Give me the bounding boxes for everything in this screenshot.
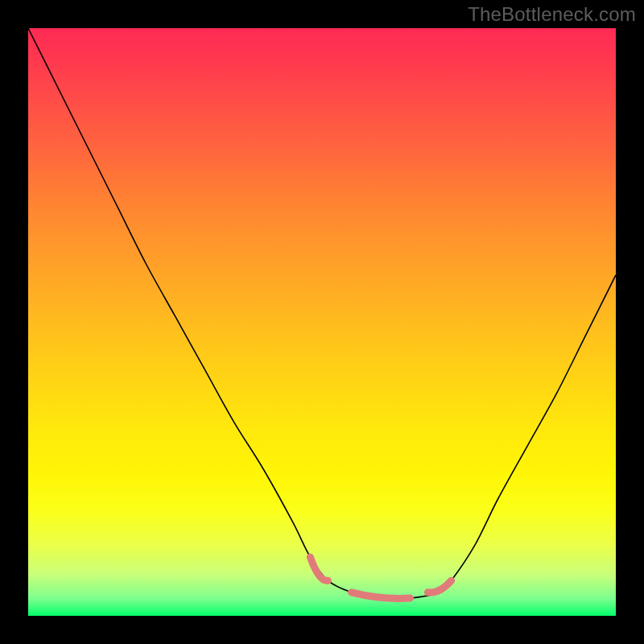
- chart-frame: TheBottleneck.com: [0, 0, 644, 644]
- bottleneck-curve: [28, 28, 616, 599]
- watermark-text: TheBottleneck.com: [468, 3, 636, 26]
- chart-svg: [28, 28, 616, 616]
- accent-dash-1: [352, 592, 411, 599]
- accent-dash-0: [310, 557, 328, 580]
- accent-dashes: [310, 557, 451, 598]
- plot-area: [28, 28, 616, 616]
- accent-dash-2: [427, 580, 451, 592]
